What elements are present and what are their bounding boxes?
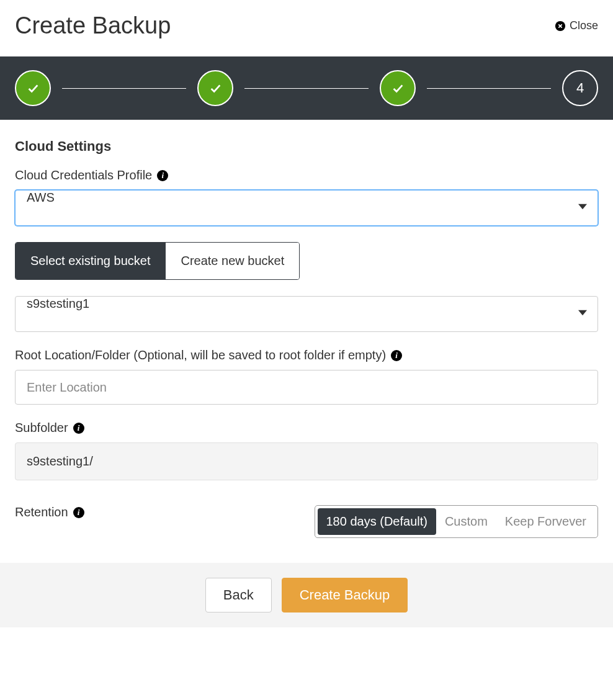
credentials-label: Cloud Credentials Profile: [15, 168, 152, 182]
retention-custom-button[interactable]: Custom: [436, 508, 496, 535]
subfolder-display: s9stesting1/: [15, 442, 598, 480]
info-icon[interactable]: i: [391, 350, 402, 361]
info-icon[interactable]: i: [157, 170, 168, 181]
step-line: [427, 88, 551, 89]
bucket-value: s9stesting1: [27, 297, 89, 310]
step-4-current: 4: [562, 70, 598, 106]
progress-stepper: 4: [0, 56, 613, 120]
step-2-done: [197, 70, 233, 106]
root-location-label: Root Location/Folder (Optional, will be …: [15, 348, 386, 362]
step-1-done: [15, 70, 51, 106]
check-icon: [26, 81, 40, 95]
step-line: [244, 88, 369, 89]
step-number: 4: [576, 80, 584, 96]
create-backup-button[interactable]: Create Backup: [282, 578, 408, 612]
section-title: Cloud Settings: [15, 138, 598, 155]
bucket-select[interactable]: s9stesting1: [15, 296, 598, 332]
check-icon: [391, 81, 405, 95]
close-button[interactable]: Close: [555, 19, 598, 32]
info-icon[interactable]: i: [73, 507, 84, 518]
check-icon: [208, 81, 222, 95]
credentials-select[interactable]: AWS: [15, 190, 598, 226]
step-3-done: [380, 70, 416, 106]
retention-forever-button[interactable]: Keep Forvever: [496, 508, 595, 535]
bucket-mode-toggle: Select existing bucket Create new bucket: [15, 242, 300, 280]
create-new-bucket-button[interactable]: Create new bucket: [165, 243, 299, 279]
subfolder-label: Subfolder: [15, 421, 68, 435]
retention-label: Retention: [15, 505, 68, 519]
close-icon: [555, 20, 566, 32]
close-label: Close: [570, 19, 598, 32]
page-title: Create Backup: [15, 12, 171, 39]
info-icon[interactable]: i: [73, 423, 84, 434]
back-button[interactable]: Back: [205, 578, 272, 612]
credentials-value: AWS: [27, 191, 55, 204]
select-existing-bucket-button[interactable]: Select existing bucket: [16, 243, 165, 279]
retention-toggle-group: 180 days (Default) Custom Keep Forvever: [315, 505, 599, 538]
retention-default-button[interactable]: 180 days (Default): [318, 508, 436, 535]
step-line: [62, 88, 186, 89]
root-location-input[interactable]: [15, 370, 598, 405]
